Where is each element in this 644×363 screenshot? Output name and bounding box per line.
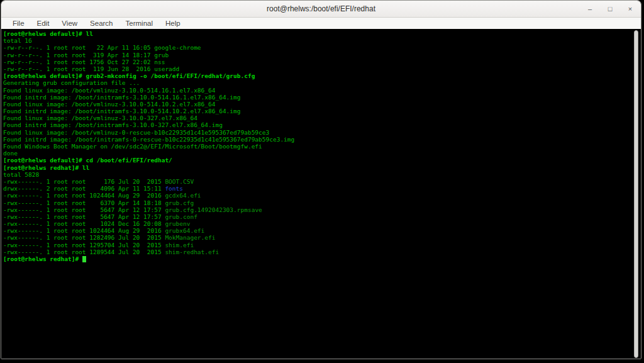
terminal-line: Generating grub configuration file ...	[3, 79, 632, 86]
scrollbar-thumb[interactable]	[634, 30, 638, 358]
terminal-line: -rwx------. 1 root root 1295704 Jul 20 2…	[3, 242, 632, 249]
menu-item-view[interactable]: View	[55, 20, 84, 27]
terminal-line: -rw-r--r--. 1 root root 119 Jun 28 2016 …	[3, 65, 632, 72]
terminal-line: -rwx------. 1 root root 1024464 Aug 29 2…	[3, 192, 632, 199]
terminal-output: [root@rhelws default]# lltotal 16-rw-r--…	[1, 29, 641, 262]
terminal-line: Found linux image: /boot/vmlinuz-3.10.0-…	[3, 101, 632, 108]
terminal-line: [root@rhelws default]# grub2-mkconfig -o…	[3, 72, 632, 79]
terminal-line: -rwx------. 1 root root 1024464 Aug 29 2…	[3, 227, 632, 234]
titlebar[interactable]: root@rhelws:/boot/efi/EFI/redhat – □ ×	[1, 1, 641, 18]
menu-item-terminal[interactable]: Terminal	[119, 20, 159, 27]
terminal-line: total 16	[3, 37, 632, 44]
terminal-line: Found initrd image: /boot/initramfs-3.10…	[3, 108, 632, 114]
close-button[interactable]: ×	[626, 4, 635, 13]
menu-item-edit[interactable]: Edit	[31, 20, 56, 27]
terminal-line: -rwx------. 1 root root 5647 Apr 12 17:5…	[3, 213, 632, 220]
terminal-line: drwx------. 2 root root 4096 Apr 11 15:1…	[3, 185, 632, 192]
terminal-line: -rw-r--r--. 1 root root 1756 Oct 27 22:0…	[3, 59, 632, 65]
terminal-line: Found initrd image: /boot/initramfs-3.10…	[3, 94, 632, 101]
terminal-line: Found linux image: /boot/vmlinuz-0-rescu…	[3, 129, 632, 136]
menu-item-search[interactable]: Search	[84, 20, 119, 27]
window-controls: – □ ×	[586, 1, 635, 17]
terminal-line: [root@rhelws default]# cd /boot/efi/EFI/…	[3, 157, 632, 164]
terminal-line: -rwx------. 1 root root 6370 Apr 14 18:1…	[3, 199, 632, 206]
terminal-line: [root@rhelws redhat]#	[3, 255, 632, 262]
terminal-line: -rw-r--r--. 1 root root 22 Apr 11 16:05 …	[3, 44, 632, 51]
terminal-line: -rw-r--r--. 1 root root 319 Apr 14 18:17…	[3, 52, 632, 59]
menubar: File Edit View Search Terminal Help	[1, 18, 641, 29]
terminal-line: Found initrd image: /boot/initramfs-3.10…	[3, 121, 632, 128]
terminal-cursor	[82, 256, 86, 262]
terminal-line: Found Windows Boot Manager on /dev/sdc2@…	[3, 143, 632, 150]
terminal-line: Found linux image: /boot/vmlinuz-3.10.0-…	[3, 114, 632, 121]
terminal-window: root@rhelws:/boot/efi/EFI/redhat – □ × F…	[1, 0, 641, 359]
maximize-button[interactable]: □	[606, 4, 614, 13]
window-title: root@rhelws:/boot/efi/EFI/redhat	[267, 4, 375, 13]
terminal-line: Found initrd image: /boot/initramfs-0-re…	[3, 136, 632, 143]
scrollbar-track[interactable]	[632, 29, 641, 359]
menu-item-file[interactable]: File	[6, 20, 31, 27]
terminal-line: -rwx------. 1 root root 1289544 Jul 20 2…	[3, 249, 632, 255]
terminal-line: [root@rhelws redhat]# ll	[3, 164, 632, 171]
terminal-line: -rwx------. 1 root root 1282496 Jul 20 2…	[3, 234, 632, 241]
terminal-content[interactable]: [root@rhelws default]# lltotal 16-rw-r--…	[1, 29, 641, 359]
terminal-line: total 5828	[3, 171, 632, 178]
minimize-button[interactable]: –	[586, 4, 594, 13]
terminal-line: -rwx------. 1 root root 5647 Apr 12 17:5…	[3, 206, 632, 213]
terminal-line: -rwx------. 1 root root 1024 Dec 16 20:0…	[3, 220, 632, 227]
terminal-line: -rwx------. 1 root root 176 Jul 20 2015 …	[3, 178, 632, 185]
terminal-line: [root@rhelws default]# ll	[3, 30, 632, 37]
menu-item-help[interactable]: Help	[159, 20, 187, 27]
terminal-line: Found linux image: /boot/vmlinuz-3.10.0-…	[3, 87, 632, 94]
terminal-line: done	[3, 150, 632, 157]
